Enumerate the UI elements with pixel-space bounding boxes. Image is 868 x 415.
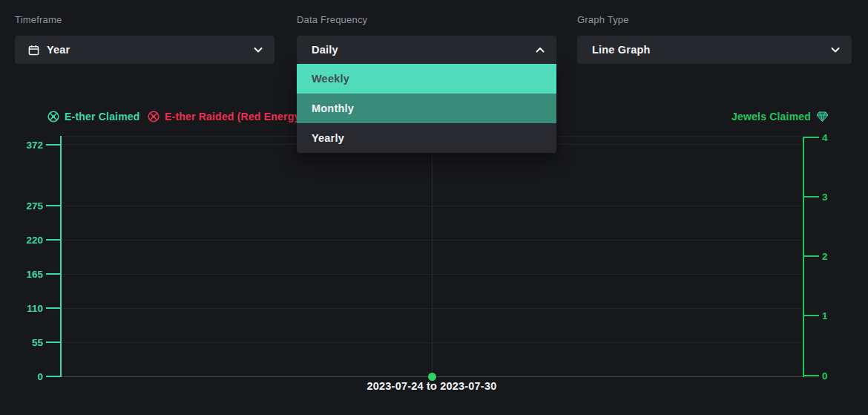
tick <box>46 239 61 241</box>
tick <box>804 315 819 316</box>
left-axis-tick-label: 220 <box>0 235 43 246</box>
chevron-down-icon <box>829 44 841 56</box>
menu-option-yearly[interactable]: Yearly <box>297 123 556 153</box>
tick <box>46 205 61 206</box>
tick <box>804 137 819 138</box>
legend-ether-raided[interactable]: E-ther Raided (Red Energy) <box>148 111 303 122</box>
graph-type-value: Line Graph <box>577 44 651 56</box>
left-axis-tick-label: 372 <box>0 140 43 151</box>
left-axis-tick-label: 165 <box>0 269 43 280</box>
right-axis-tick-label: 2 <box>822 251 828 262</box>
right-axis-tick-label: 1 <box>822 310 828 321</box>
tick <box>46 273 61 275</box>
right-axis-tick-label: 4 <box>822 132 828 143</box>
tick <box>46 307 61 309</box>
x-axis-label: 2023-07-24 to 2023-07-30 <box>320 380 543 392</box>
legend-ether-claimed-label: E-ther Claimed <box>65 111 140 122</box>
ether-orb-icon <box>47 111 59 122</box>
calendar-icon <box>28 45 39 56</box>
right-axis-tick-label: 3 <box>822 192 828 203</box>
left-axis-tick-label: 0 <box>0 371 43 382</box>
legend-jewels-claimed[interactable]: Jewels Claimed <box>731 111 829 122</box>
chevron-down-icon <box>252 44 264 56</box>
gridline <box>432 136 433 376</box>
data-frequency-value: Daily <box>297 44 338 56</box>
data-frequency-menu: Weekly Monthly Yearly <box>297 64 556 153</box>
tick <box>46 342 61 343</box>
timeframe-value: Year <box>47 44 70 56</box>
left-axis-tick-label: 55 <box>0 337 43 348</box>
timeframe-select[interactable]: Year <box>15 36 274 64</box>
legend-ether-raided-label: E-ther Raided (Red Energy) <box>165 111 303 122</box>
dashboard: Timeframe Data Frequency Graph Type Year… <box>0 0 868 415</box>
timeframe-label: Timeframe <box>15 14 62 25</box>
left-axis-tick-label: 275 <box>0 200 43 212</box>
tick <box>804 255 819 257</box>
data-frequency-label: Data Frequency <box>297 14 367 25</box>
legend-ether-claimed[interactable]: E-ther Claimed <box>47 111 140 122</box>
menu-option-weekly[interactable]: Weekly <box>297 64 556 94</box>
tick <box>46 144 61 146</box>
tick <box>46 376 61 377</box>
legend-jewels-claimed-label: Jewels Claimed <box>731 111 811 122</box>
menu-option-monthly[interactable]: Monthly <box>297 94 556 123</box>
right-axis-line <box>803 137 804 377</box>
graph-type-label: Graph Type <box>577 14 629 25</box>
left-axis-tick-label: 110 <box>0 303 43 314</box>
gem-icon <box>816 111 829 122</box>
chevron-up-icon <box>534 44 546 56</box>
tick <box>804 375 819 376</box>
data-frequency-select[interactable]: Daily <box>297 36 556 64</box>
tick <box>804 196 819 197</box>
graph-type-select[interactable]: Line Graph <box>577 36 852 64</box>
ether-orb-red-icon <box>148 111 160 122</box>
right-axis-tick-label: 0 <box>822 370 828 382</box>
